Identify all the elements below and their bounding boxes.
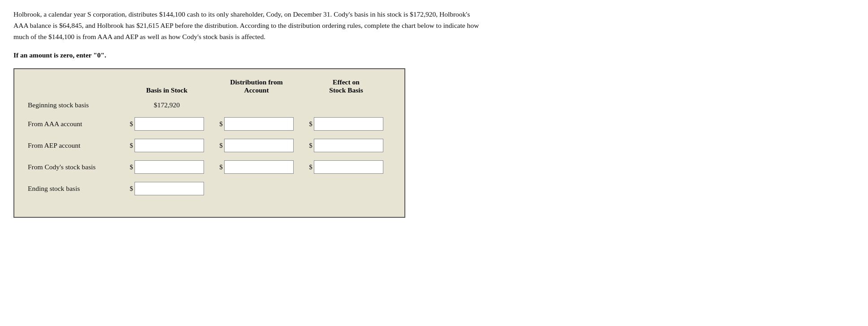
input-aaa-basis[interactable] — [135, 117, 204, 131]
row-label-ending: Ending stock basis — [28, 185, 122, 193]
problem-text: Holbrook, a calendar year S corporation,… — [13, 9, 480, 42]
input-aaa-distribution[interactable] — [224, 117, 294, 131]
cell-aaa-distribution-input: $ — [212, 117, 301, 131]
input-cody-effect[interactable] — [314, 160, 383, 174]
dollar-sign-aep-dist: $ — [219, 142, 223, 150]
input-ending-basis[interactable] — [135, 182, 204, 195]
row-aaa-account: From AAA account $ $ $ — [28, 117, 391, 131]
dollar-sign-aaa-effect: $ — [309, 120, 312, 128]
input-aep-basis[interactable] — [135, 139, 204, 152]
distribution-table: Basis in Stock Distribution from Account… — [13, 68, 405, 218]
cell-ending-basis-input: $ — [122, 182, 212, 195]
input-cody-distribution[interactable] — [224, 160, 294, 174]
cell-aep-basis-input: $ — [122, 139, 212, 152]
dollar-sign-ending-basis: $ — [130, 185, 133, 193]
header-basis-in-stock: Basis in Stock — [122, 86, 212, 94]
header-distribution-from-account: Distribution from Account — [212, 78, 301, 94]
table-header-row: Basis in Stock Distribution from Account… — [28, 78, 391, 97]
dollar-sign-aep-basis: $ — [130, 142, 133, 150]
dollar-sign-cody-dist: $ — [219, 163, 223, 171]
dollar-sign-aaa-basis: $ — [130, 120, 133, 128]
header-effect-on-stock-basis: Effect on Stock Basis — [301, 78, 391, 94]
row-ending-stock-basis: Ending stock basis $ — [28, 182, 391, 195]
cell-aep-effect-input: $ — [301, 139, 391, 152]
row-label-cody: From Cody's stock basis — [28, 163, 122, 171]
row-label-aaa: From AAA account — [28, 120, 122, 128]
cell-beginning-basis-value: $172,920 — [122, 101, 212, 109]
cell-cody-distribution-input: $ — [212, 160, 301, 174]
row-aep-account: From AEP account $ $ $ — [28, 139, 391, 152]
dollar-sign-aaa-dist: $ — [219, 120, 223, 128]
dollar-sign-cody-effect: $ — [309, 163, 312, 171]
row-label-beginning: Beginning stock basis — [28, 101, 122, 109]
input-aaa-effect[interactable] — [314, 117, 383, 131]
dollar-sign-cody-basis: $ — [130, 163, 133, 171]
cell-aep-distribution-input: $ — [212, 139, 301, 152]
cell-aaa-effect-input: $ — [301, 117, 391, 131]
row-cody-stock-basis: From Cody's stock basis $ $ $ — [28, 160, 391, 174]
dollar-sign-aep-effect: $ — [309, 142, 312, 150]
cell-aaa-basis-input: $ — [122, 117, 212, 131]
row-beginning-stock-basis: Beginning stock basis $172,920 — [28, 101, 391, 109]
cell-cody-basis-input: $ — [122, 160, 212, 174]
row-label-aep: From AEP account — [28, 141, 122, 150]
input-aep-distribution[interactable] — [224, 139, 294, 152]
cell-cody-effect-input: $ — [301, 160, 391, 174]
input-aep-effect[interactable] — [314, 139, 383, 152]
input-cody-basis[interactable] — [135, 160, 204, 174]
instruction-text: If an amount is zero, enter "0". — [13, 51, 480, 59]
